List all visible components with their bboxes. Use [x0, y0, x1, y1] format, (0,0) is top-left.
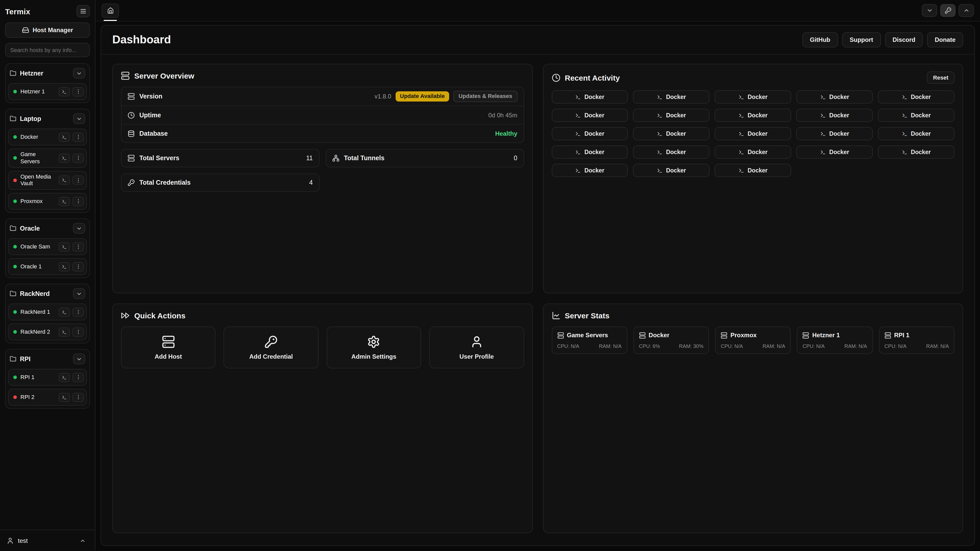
host-row[interactable]: RPI 2 [8, 389, 87, 406]
host-group-header[interactable]: RPI [8, 352, 87, 366]
server-icon [557, 332, 564, 338]
host-menu-button[interactable] [73, 392, 84, 402]
chevron-up-icon [80, 537, 86, 544]
host-menu-button[interactable] [73, 132, 84, 141]
host-terminal-button[interactable] [59, 327, 70, 337]
host-group-header[interactable]: Oracle [8, 221, 87, 235]
activity-item-button[interactable]: Docker [715, 90, 791, 103]
host-row[interactable]: Open Media Vault [8, 171, 87, 190]
host-group-header[interactable]: RackNerd [8, 287, 87, 300]
server-stat-tile[interactable]: Hetzner 1 CPU: N/A RAM: N/A [797, 327, 873, 354]
host-menu-button[interactable] [73, 307, 84, 317]
group-collapse-button[interactable] [73, 113, 85, 124]
host-terminal-button[interactable] [59, 373, 70, 382]
host-menu-button[interactable] [73, 242, 84, 251]
activity-item-button[interactable]: Docker [878, 127, 955, 140]
host-terminal-button[interactable] [59, 242, 70, 251]
host-terminal-button[interactable] [59, 197, 70, 206]
host-terminal-button[interactable] [59, 154, 70, 163]
quick-action-tile[interactable]: User Profile [429, 327, 524, 368]
group-collapse-button[interactable] [73, 68, 85, 79]
activity-item-button[interactable]: Docker [715, 127, 791, 140]
host-row[interactable]: Oracle 1 [8, 258, 87, 275]
host-row[interactable]: Oracle Sam [8, 238, 87, 255]
host-row[interactable]: RPI 1 [8, 369, 87, 386]
header-link-button[interactable]: GitHub [802, 32, 838, 48]
group-collapse-button[interactable] [73, 223, 85, 233]
dashboard-content: Server Overview Version v1.8.0 Update Av… [101, 55, 974, 545]
activity-item-button[interactable]: Docker [796, 109, 873, 122]
host-row[interactable]: Hetzner 1 [8, 83, 87, 100]
activity-item-button[interactable]: Docker [878, 145, 955, 159]
host-group: Laptop Docker [5, 109, 90, 213]
activity-item-button[interactable]: Docker [552, 164, 628, 177]
quick-action-tile[interactable]: Add Host [121, 327, 216, 368]
host-group-header[interactable]: Laptop [8, 112, 87, 125]
activity-item-button[interactable]: Docker [552, 109, 628, 122]
host-row[interactable]: Game Servers [8, 148, 87, 168]
quick-action-tile[interactable]: Admin Settings [327, 327, 422, 368]
stat-tile: Total Tunnels 0 [326, 149, 524, 167]
server-stat-tile[interactable]: Proxmox CPU: N/A RAM: N/A [715, 327, 791, 354]
host-menu-button[interactable] [73, 197, 84, 206]
host-row[interactable]: RackNerd 2 [8, 324, 87, 340]
activity-item-button[interactable]: Docker [552, 145, 628, 159]
host-search-input[interactable] [5, 43, 90, 57]
activity-item-button[interactable]: Docker [796, 127, 873, 140]
host-name: Proxmox [21, 198, 55, 205]
header-link-button[interactable]: Support [842, 32, 881, 48]
host-menu-button[interactable] [73, 87, 84, 96]
activity-item-button[interactable]: Docker [796, 90, 873, 103]
update-available-badge[interactable]: Update Available [395, 92, 449, 101]
host-row[interactable]: Proxmox [8, 193, 87, 210]
user-menu-expand-button[interactable] [77, 536, 88, 545]
host-menu-button[interactable] [73, 176, 84, 185]
quick-action-tile[interactable]: Add Credential [224, 327, 318, 368]
tabbar-expand-button[interactable] [959, 4, 974, 17]
host-menu-button[interactable] [73, 327, 84, 337]
activity-item-button[interactable]: Docker [715, 164, 791, 177]
group-collapse-button[interactable] [73, 354, 85, 364]
server-stat-tile[interactable]: Docker CPU: 6% RAM: 30% [633, 327, 709, 354]
host-terminal-button[interactable] [59, 176, 70, 185]
host-terminal-button[interactable] [59, 392, 70, 402]
host-terminal-button[interactable] [59, 307, 70, 317]
activity-item-button[interactable]: Docker [633, 164, 710, 177]
host-menu-button[interactable] [73, 373, 84, 382]
host-terminal-button[interactable] [59, 87, 70, 96]
user-menu[interactable]: test [0, 530, 95, 551]
folder-icon [10, 70, 16, 76]
host-menu-button[interactable] [73, 262, 84, 271]
host-manager-button[interactable]: Host Manager [5, 22, 90, 38]
header-link-button[interactable]: Discord [885, 32, 923, 48]
terminal-icon [902, 131, 907, 137]
updates-releases-badge[interactable]: Updates & Releases [453, 91, 517, 102]
activity-item-button[interactable]: Docker [633, 127, 710, 140]
activity-item-button[interactable]: Docker [633, 109, 710, 122]
activity-item-label: Docker [584, 112, 605, 118]
server-stat-tile[interactable]: Game Servers CPU: N/A RAM: N/A [552, 327, 627, 354]
activity-item-button[interactable]: Docker [878, 109, 955, 122]
activity-item-button[interactable]: Docker [633, 90, 710, 103]
activity-item-button[interactable]: Docker [715, 145, 791, 159]
host-menu-button[interactable] [73, 154, 84, 163]
server-stat-tile[interactable]: RPI 1 CPU: N/A RAM: N/A [879, 327, 955, 354]
group-collapse-button[interactable] [73, 288, 85, 299]
activity-item-button[interactable]: Docker [878, 90, 955, 103]
activity-item-button[interactable]: Docker [796, 145, 873, 159]
host-group-header[interactable]: Hetzner [8, 66, 87, 80]
activity-item-button[interactable]: Docker [633, 145, 710, 159]
activity-item-button[interactable]: Docker [715, 109, 791, 122]
sidebar-menu-button[interactable] [76, 5, 90, 17]
tabbar-collapse-button[interactable] [922, 4, 937, 17]
host-row[interactable]: RackNerd 1 [8, 303, 87, 321]
activity-item-button[interactable]: Docker [552, 127, 628, 140]
header-link-button[interactable]: Donate [927, 32, 963, 48]
host-terminal-button[interactable] [59, 132, 70, 141]
reset-button[interactable]: Reset [927, 71, 955, 84]
activity-item-button[interactable]: Docker [552, 90, 628, 103]
host-terminal-button[interactable] [59, 262, 70, 271]
tabbar-key-button[interactable] [940, 4, 956, 17]
tab-home[interactable] [102, 3, 119, 17]
host-row[interactable]: Docker [8, 129, 87, 145]
